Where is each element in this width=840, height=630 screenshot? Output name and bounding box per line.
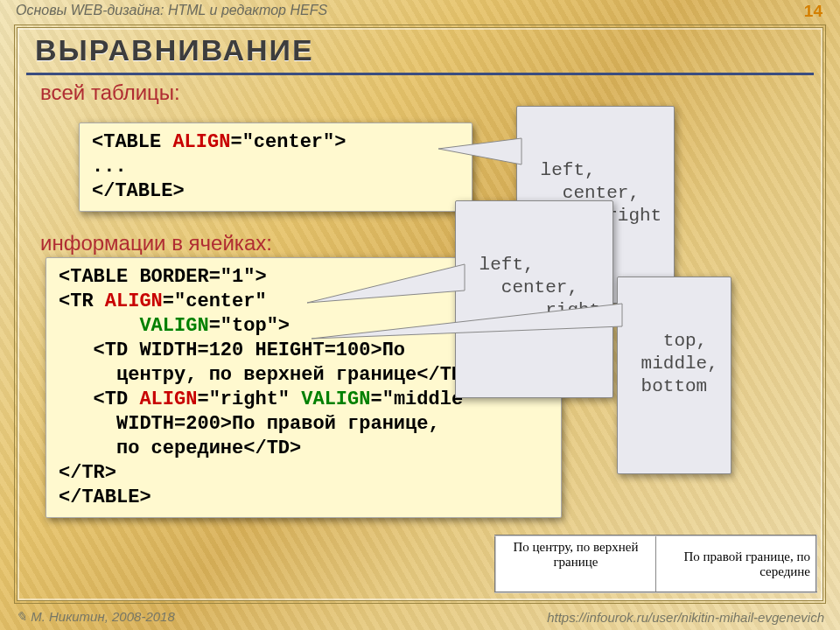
table-row: По центру, по верхней границе По правой … bbox=[495, 536, 816, 592]
preview-cell-1: По центру, по верхней границе bbox=[495, 536, 656, 592]
footer-right: https://infourok.ru/user/nikitin-mihail-… bbox=[547, 610, 824, 625]
footer-left: ✎ М. Никитин, 2008-2018 bbox=[16, 609, 175, 625]
page-title: ВЫРАВНИВАНИЕ bbox=[35, 33, 822, 67]
title-underline bbox=[26, 73, 814, 75]
callout-align-2: left, center, right bbox=[455, 200, 613, 398]
preview-cell-2: По правой границе, по середине bbox=[656, 536, 817, 592]
subtitle-1: всей таблицы: bbox=[40, 80, 822, 105]
svg-marker-1 bbox=[307, 264, 465, 303]
svg-marker-0 bbox=[438, 138, 522, 164]
preview-table: По центру, по верхней границе По правой … bbox=[494, 535, 817, 593]
svg-marker-2 bbox=[312, 304, 622, 339]
callout-valign: top, middle, bottom bbox=[617, 276, 732, 474]
slide-body: ВЫРАВНИВАНИЕ всей таблицы: <TABLE ALIGN=… bbox=[14, 24, 826, 604]
breadcrumb: Основы WEB-дизайна: HTML и редактор HEFS bbox=[16, 3, 824, 18]
page-number: 14 bbox=[804, 2, 822, 21]
callout-tail-icon bbox=[438, 138, 526, 182]
subtitle-2: информации в ячейках: bbox=[40, 231, 272, 256]
code-sample-1: <TABLE ALIGN="center"> ... </TABLE> bbox=[79, 122, 472, 212]
callout-tail-icon bbox=[312, 304, 626, 356]
